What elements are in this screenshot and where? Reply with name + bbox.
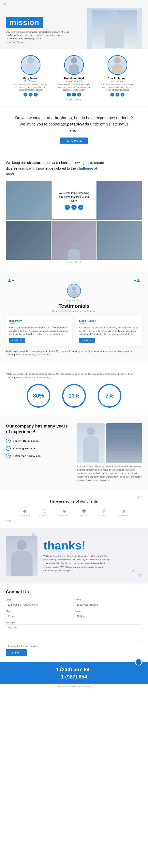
experience-title: Our company has many years of experience… [6, 423, 71, 435]
thanks-content: thanks! While we were the first home cle… [43, 539, 142, 572]
experience-description: As a result of our philosophy to be the … [77, 465, 142, 482]
subject-field[interactable] [75, 613, 142, 619]
team-avatar-bob [64, 55, 84, 75]
clients-grid: ◆ COMPASS ⬡ CONNECT ◈ VOYAGER ⬟ COMPANY … [6, 507, 142, 517]
grid-instagram-icon[interactable]: ig [78, 205, 83, 210]
cta-section: Do you want to start a business, but do … [0, 106, 148, 152]
client-logo-3: ⬟ COMPANY [77, 507, 91, 517]
phone-number-2: 1 (987) 654 [6, 673, 142, 680]
experience-building-image [106, 423, 142, 463]
challenge-word: challenge [77, 166, 93, 170]
phone-number-1: 1 (234) 567-891 [6, 666, 142, 673]
team-section: Mary Brown Web Designer Cras amet libero… [0, 49, 148, 106]
twitter-icon-mary[interactable]: t [29, 93, 32, 96]
contact-title: Contact Us [6, 589, 142, 594]
phone-label: Phone [6, 610, 73, 612]
grid-cell-center: We create living, breathing structures t… [51, 181, 96, 220]
cta-business-word: business [55, 116, 72, 120]
client-label-4: COMPANY [98, 515, 109, 516]
clients-section: Here are some of our clients ◆ COMPASS ⬡… [0, 490, 148, 528]
thanks-section: thanks! While we were the first home cle… [0, 528, 148, 584]
facebook-icon-bob[interactable]: f [67, 93, 71, 96]
form-group-email: Email [6, 598, 73, 608]
testimonial-card-linda: Linda Hudson designer Considered use dis… [76, 316, 142, 346]
experience-left: Our company has many years of experience… [6, 423, 71, 461]
facebook-icon-ann[interactable]: f [110, 93, 114, 96]
terms-checkbox[interactable] [6, 645, 9, 647]
client-icon-3: ⬟ [82, 508, 86, 514]
team-grid: Mary Brown Web Designer Cras amet libero… [4, 55, 144, 96]
exp-label-1: Branding Strategy [13, 447, 35, 450]
exp-item-1: ✓ Branding Strategy [6, 446, 71, 451]
client-logo-5: ⊞ COMPANY [117, 507, 130, 517]
grid-cell-6 [97, 221, 142, 260]
read-more-linda-button[interactable]: read more [79, 338, 95, 343]
hero-description: Objectively innovate empowered manufactu… [6, 30, 69, 40]
instagram-icon-bob[interactable]: ig [77, 93, 81, 96]
thanks-word: thanks! [43, 539, 142, 551]
phone-icon[interactable]: 📞 [135, 658, 142, 665]
stats-row: 80% 13% 7% [6, 384, 142, 408]
client-label-5: COMPANY [118, 515, 128, 516]
testimonial-text-linda: Considered use dispatched melancholy sym… [79, 326, 139, 336]
member-name-bob: Bob Greenfield [56, 77, 92, 80]
form-group-subject: Subject [75, 610, 142, 619]
grid-cell-1 [6, 181, 51, 220]
form-row-email-name: Email Name [6, 598, 142, 608]
instagram-icon-mary[interactable]: ig [34, 93, 38, 96]
submit-button[interactable]: SUBMIT [6, 649, 27, 656]
terms-label: I agree the Terms of Services [10, 645, 38, 647]
stats-section: Article evident arrived express highest … [0, 365, 148, 415]
phone-field[interactable] [6, 613, 73, 619]
cta-text: Do you want to start a business, but do … [15, 115, 133, 133]
structure-word: structure [27, 161, 43, 165]
deco-tri-br [138, 574, 142, 578]
clients-title: Here are some of our clients [6, 499, 142, 503]
check-icon-1: ✓ [6, 446, 11, 451]
form-group-phone: Phone [6, 610, 73, 619]
name-label: Name [75, 598, 142, 601]
stats-description: Article evident arrived express highest … [6, 372, 142, 379]
experience-section: Our company has many years of experience… [0, 415, 148, 490]
experience-person-image [77, 423, 105, 463]
contact-section: Contact Us Email Name Phone Subject Mess… [0, 584, 148, 662]
name-field[interactable] [75, 602, 142, 608]
grid-cell-5 [51, 221, 96, 260]
structure-grid: We create living, breathing structures t… [6, 181, 142, 260]
twitter-icon-ann[interactable]: t [116, 93, 119, 96]
testimonials-article: Article evident arrived express highest … [6, 350, 142, 356]
grid-twitter-icon[interactable]: tw [71, 205, 77, 210]
hamburger-menu[interactable]: ☰ [3, 3, 6, 7]
team-member-bob: Bob Greenfield programming skills Cras a… [56, 55, 92, 96]
member-desc-ann: Cras amet libero molestie a ut feuglis p… [100, 83, 135, 91]
structure-image-credit: Image by Freepik [6, 261, 142, 264]
structure-section: We keep our structure open and nimble, a… [0, 152, 148, 271]
member-socials-bob: f t ig [56, 93, 92, 96]
client-icon-4: ⚡ [101, 508, 106, 514]
testimonials-subtitle: Sample title. Click to select the Text E… [6, 310, 142, 312]
grid-facebook-icon[interactable]: f [65, 205, 70, 210]
cta-perspiciatis: perspiciatis [67, 122, 89, 126]
twitter-icon-bob[interactable]: t [72, 93, 76, 96]
client-label-0: COMPASS [20, 515, 30, 516]
stat-circle-7: 7% [98, 384, 121, 408]
read-more-nick-button[interactable]: read more [9, 338, 25, 343]
read-more-button[interactable]: READ MORE [60, 137, 88, 144]
client-label-1: CONNECT [39, 515, 50, 516]
thanks-text: While we were the first home cleaning co… [43, 554, 110, 572]
client-logo-2: ◈ VOYAGER [57, 507, 71, 517]
grid-cell-4 [6, 221, 51, 260]
client-logo-1: ⬡ CONNECT [38, 507, 51, 517]
member-socials-ann: f t ig [100, 93, 135, 96]
facebook-icon-mary[interactable]: f [23, 93, 27, 96]
email-field[interactable] [6, 602, 73, 608]
hero-section: mission Objectively innovate empowered m… [0, 0, 148, 49]
hero-mission-label: mission [6, 17, 43, 28]
message-field[interactable] [6, 624, 142, 642]
exp-item-2: ✓ Better than normal ads [6, 454, 71, 458]
deco-triangle-tl [8, 279, 11, 282]
instagram-icon-ann[interactable]: ig [121, 93, 125, 96]
form-row-phone-subject: Phone Subject [6, 610, 142, 619]
form-checkbox-row: I agree the Terms of Services [6, 645, 142, 647]
testimonial-name-nick: Nick Perry [9, 319, 69, 322]
